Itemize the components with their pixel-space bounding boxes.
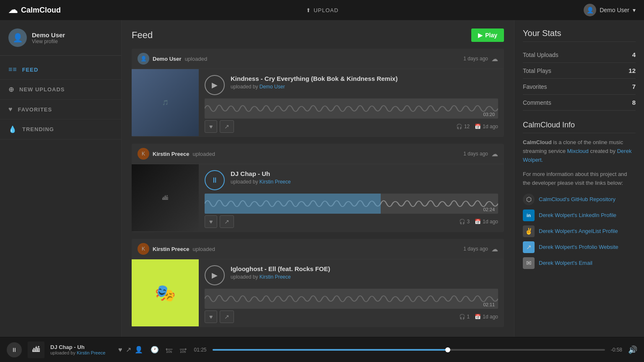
bottom-player-uploader: uploaded by Kirstin Preece	[50, 350, 109, 355]
track-actions: ♥ ↗ 🎧 3 📅 1d ago	[205, 215, 498, 228]
waveform[interactable]: 02:24	[205, 194, 498, 214]
time-info: 1 days ago ☁	[463, 55, 498, 63]
track-uploader-link[interactable]: Kirstin Preece	[260, 274, 291, 280]
feed-item-body: 🏙 ⏸ DJ Chap - Uh uploaded by Kirstin Pre…	[132, 164, 504, 232]
upload-icon: ⬆	[306, 7, 311, 13]
cloud-icon: ☁	[8, 5, 18, 16]
forward-button[interactable]: ⟶10s	[178, 344, 188, 355]
track-meta: 🎧 12 📅 1d ago	[456, 124, 498, 129]
play-count-value: 12	[464, 124, 470, 129]
time-ago: 1 days ago	[463, 151, 488, 157]
track-thumb-placeholder: 🏙	[132, 164, 199, 231]
share-button[interactable]: ↗	[220, 120, 234, 133]
bottom-playback-controls: 🕐 ⟵10s ⟶10s	[149, 344, 188, 355]
track-thumbnail: 🏙	[132, 164, 199, 231]
play-button[interactable]: ▶	[205, 265, 225, 285]
waveform[interactable]: 03:20	[205, 98, 498, 119]
sidebar-item-new-uploads[interactable]: ⊕ NEW UPLOADS	[0, 80, 121, 100]
sidebar-user-info: Demo User View profile	[32, 31, 65, 44]
bottom-progress-bar[interactable]	[213, 349, 605, 351]
waveform-svg	[205, 98, 498, 119]
share-button[interactable]: ↗	[220, 215, 234, 228]
user-menu[interactable]: 👤 Demo User ▾	[584, 4, 636, 16]
info-link-angellist: ✌ Derek Wolpert's AngelList Profile	[523, 225, 636, 237]
play-count: 🎧 3	[459, 219, 470, 225]
bottom-favorite-button[interactable]: ♥	[118, 346, 122, 354]
like-button[interactable]: ♥	[205, 120, 217, 133]
upload-to-library-icon[interactable]: ☁	[491, 55, 498, 63]
track-thumbnail: 🎵	[132, 69, 199, 136]
sidebar-item-trending[interactable]: 💧 TRENDING	[0, 119, 121, 140]
feed-item: K Kirstin Preece uploaded 1 days ago ☁ 🎭…	[132, 239, 504, 327]
track-duration: 02:11	[483, 302, 495, 307]
bottom-volume-button[interactable]: 🔊	[628, 345, 637, 354]
track-uploader: uploaded by Kirstin Preece	[231, 179, 291, 185]
linkedin-icon: in	[523, 209, 535, 221]
stats-section: Your Stats Total Uploads 4 Total Plays 1…	[523, 28, 636, 111]
time-stamp: 📅 1d ago	[475, 314, 498, 320]
info-link-linkedin: in Derek Wolpert's LinkedIn Profile	[523, 209, 636, 221]
uploader-avatar: 👤	[138, 53, 149, 65]
upload-to-library-icon[interactable]: ☁	[491, 150, 498, 158]
upload-button[interactable]: ⬆ UPLOAD	[306, 7, 338, 13]
bottom-pause-button[interactable]: ⏸	[7, 342, 22, 357]
angellist-link[interactable]: Derek Wolpert's AngelList Profile	[539, 228, 618, 234]
track-uploader-link[interactable]: Demo User	[260, 84, 285, 90]
user-name-topnav: Demo User	[600, 7, 629, 13]
angellist-icon: ✌	[523, 225, 535, 237]
bottom-player-uploader-link[interactable]: Kirstin Preece	[77, 350, 105, 355]
info-title: CalmCloud Info	[523, 121, 636, 133]
info-links: ⬡ CalmCloud's GitHub Repository in Derek…	[523, 194, 636, 269]
track-player: ⏸ DJ Chap - Uh uploaded by Kirstin Preec…	[199, 164, 504, 232]
stat-label-uploads: Total Uploads	[523, 52, 558, 58]
info-link-portfolio: ↗ Derek Wolpert's Profolio Website	[523, 241, 636, 253]
bottom-progress-handle[interactable]	[445, 347, 450, 352]
portfolio-link[interactable]: Derek Wolpert's Profolio Website	[539, 244, 618, 250]
stat-label-favorites: Favorites	[523, 83, 547, 90]
waveform-svg	[205, 289, 498, 309]
play-button[interactable]: ▶	[205, 75, 225, 95]
uploader-info: K Kirstin Preece uploaded	[138, 148, 215, 160]
rewind-button[interactable]: ⟵10s	[164, 344, 174, 355]
uploader-name[interactable]: Kirstin Preece	[153, 246, 189, 252]
track-player: ▶ Kindness - Cry Everything (Bok Bok & K…	[199, 69, 504, 137]
pause-button[interactable]: ⏸	[205, 170, 225, 190]
uploader-name[interactable]: Demo User	[153, 56, 182, 62]
mixcloud-link[interactable]: Mixcloud	[567, 148, 588, 154]
github-link[interactable]: CalmCloud's GitHub Repository	[539, 196, 615, 202]
sidebar-user-section: 👤 Demo User View profile	[0, 28, 121, 56]
play-all-button[interactable]: ▶ Play	[471, 28, 504, 42]
bottom-share-button[interactable]: ↗	[126, 346, 131, 354]
view-profile-link[interactable]: View profile	[32, 39, 65, 44]
stat-label-comments: Comments	[523, 99, 551, 106]
like-button[interactable]: ♥	[205, 310, 217, 323]
sidebar-item-feed[interactable]: ≡≡ FEED	[0, 60, 121, 80]
stats-title: Your Stats	[523, 28, 636, 42]
brand-logo[interactable]: ☁ CalmCloud	[8, 5, 61, 16]
upload-to-library-icon[interactable]: ☁	[491, 245, 498, 253]
sidebar-avatar: 👤	[8, 28, 27, 47]
feed-icon: ≡≡	[8, 66, 17, 73]
track-meta: 🎧 1 📅 1d ago	[459, 314, 498, 320]
track-title: DJ Chap - Uh	[231, 170, 291, 177]
uploader-name[interactable]: Kirstin Preece	[153, 151, 189, 157]
bottom-extra-buttons: ♥ ↗ 👤	[118, 346, 143, 354]
history-button[interactable]: 🕐	[149, 344, 161, 355]
track-top: ▶ Kindness - Cry Everything (Bok Bok & K…	[205, 75, 498, 95]
feed-item: 👤 Demo User uploaded 1 days ago ☁ 🎵 ▶	[132, 49, 504, 137]
sidebar-item-favorites[interactable]: ♥ FAVORITES	[0, 100, 121, 119]
brand-name: CalmCloud	[21, 6, 61, 15]
email-link[interactable]: Derek Wolpert's Email	[539, 260, 592, 266]
uploaded-text: uploaded	[192, 246, 215, 252]
track-top: ▶ Iglooghost - Ell (feat. Rocks FOE) upl…	[205, 265, 498, 285]
track-info: DJ Chap - Uh uploaded by Kirstin Preece	[231, 170, 291, 185]
bottom-user-button[interactable]: 👤	[135, 346, 143, 354]
waveform[interactable]: 02:11	[205, 289, 498, 309]
track-uploader: uploaded by Demo User	[231, 84, 397, 90]
share-button[interactable]: ↗	[220, 310, 234, 323]
sidebar-favorites-label: FAVORITES	[18, 106, 52, 113]
like-button[interactable]: ♥	[205, 215, 217, 228]
linkedin-link[interactable]: Derek Wolpert's LinkedIn Profile	[539, 212, 616, 218]
time-stamp: 📅 1d ago	[475, 124, 498, 129]
track-uploader-link[interactable]: Kirstin Preece	[260, 179, 291, 185]
